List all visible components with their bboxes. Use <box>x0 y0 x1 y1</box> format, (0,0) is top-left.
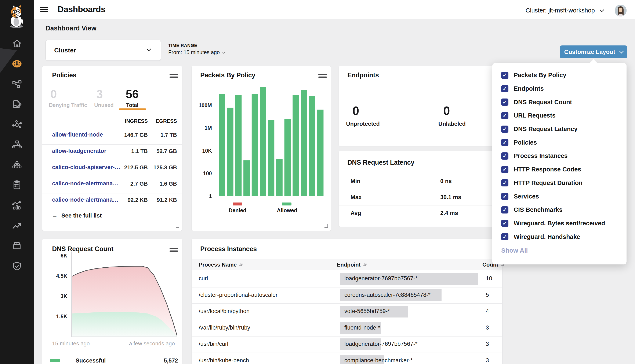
package-box-icon <box>12 240 23 251</box>
successful-legend-value: 5,572 <box>136 358 178 364</box>
denied-legend-label[interactable]: Denied <box>223 207 252 214</box>
endpoint-cell: compliance-benchmarker-* <box>344 357 413 364</box>
sidebar-item-policies[interactable] <box>11 98 23 110</box>
menu-item[interactable]: ✓ URL Requests <box>501 109 626 122</box>
endpoint-sort-header[interactable]: Endpoint <box>337 262 367 268</box>
checkbox-checked-icon[interactable]: ✓ <box>501 206 508 214</box>
endpoints-card: Endpoints 0 Unprotected 0 Unlabeled <box>339 66 503 146</box>
checkbox-checked-icon[interactable]: ✓ <box>501 193 508 200</box>
time-range-selector[interactable]: From: 15 minutes ago <box>168 49 225 56</box>
packets-by-policy-card: Packets By Policy 100M 1M 10K 100 1 Deni… <box>191 66 331 231</box>
count-cell: 3 <box>486 357 489 364</box>
compliance-clipboard-icon <box>12 180 23 191</box>
sidebar-item-service-graph[interactable] <box>11 78 23 90</box>
menu-item[interactable]: ✓ Packets By Policy <box>501 68 626 82</box>
sidebar-item-endpoints[interactable] <box>11 159 23 171</box>
dashboard-gauge-icon <box>12 58 23 69</box>
policy-link[interactable]: calico-node-alertmana… <box>52 180 119 187</box>
time-range-label: TIME RANGE <box>168 43 197 48</box>
sidebar-item-network-tree[interactable] <box>11 139 23 151</box>
process-name-cell: curl <box>199 275 208 282</box>
menu-item[interactable]: ✓ CIS Benchmarks <box>501 203 626 217</box>
menu-item[interactable]: ✓ DNS Request Count <box>501 95 626 109</box>
checkbox-checked-icon[interactable]: ✓ <box>501 139 508 146</box>
stat-unused-label: Unused <box>94 102 114 108</box>
process-instances-card: Process Instances Process Name Endpoint … <box>191 239 503 364</box>
menu-item[interactable]: ✓ DNS Request Latency <box>501 122 626 136</box>
checkbox-checked-icon[interactable]: ✓ <box>501 166 508 173</box>
sidebar-item-security[interactable] <box>11 260 23 272</box>
checkbox-checked-icon[interactable]: ✓ <box>501 126 508 133</box>
stat-total-value: 56 <box>126 87 139 101</box>
endpoint-cell: vote-5655bd759-* <box>344 308 390 314</box>
dashboard-view-select[interactable]: Cluster <box>46 40 161 61</box>
see-full-list-link[interactable]: → See the full list <box>52 212 102 219</box>
checkbox-checked-icon[interactable]: ✓ <box>501 233 508 240</box>
chevron-down-icon <box>619 49 623 54</box>
user-avatar[interactable] <box>615 5 626 16</box>
sidebar-item-statistics[interactable] <box>11 200 23 212</box>
resize-handle[interactable] <box>324 224 328 228</box>
checkbox-checked-icon[interactable]: ✓ <box>501 220 508 227</box>
menu-item[interactable]: ✓ Policies <box>501 136 626 149</box>
cluster-selector-label: Cluster: jlt-msft-workshop <box>526 7 595 14</box>
page-title: Dashboards <box>58 5 105 14</box>
sidebar-item-dashboards[interactable] <box>11 58 23 70</box>
process-name-sort-header[interactable]: Process Name <box>199 262 244 268</box>
show-all-link[interactable]: Show All <box>501 247 626 254</box>
security-shield-icon <box>12 261 23 272</box>
menu-item[interactable]: ✓ HTTP Request Duration <box>501 176 626 190</box>
policy-link[interactable]: calico-cloud-apiserver-… <box>52 164 120 170</box>
policy-link[interactable]: allow-loadgenerator <box>52 148 106 154</box>
endpoint-cell: coredns-autoscaler-7c88465478-* <box>344 292 431 298</box>
sidebar-item-flow-visualizations[interactable] <box>11 118 23 130</box>
sidebar-item-compliance[interactable] <box>11 179 23 191</box>
endpoints-card-title: Endpoints <box>347 72 379 79</box>
network-tree-icon <box>12 139 23 150</box>
hamburger-menu-icon[interactable] <box>40 6 48 13</box>
customize-layout-button[interactable]: Customize Layout <box>560 46 627 58</box>
resize-handle[interactable] <box>176 224 179 228</box>
checkbox-checked-icon[interactable]: ✓ <box>501 72 508 79</box>
process-name-cell: /usr/bin/curl <box>199 341 228 347</box>
unprotected-label: Unprotected <box>346 121 380 127</box>
checkbox-checked-icon[interactable]: ✓ <box>501 179 508 186</box>
sidebar-item-packages[interactable] <box>11 240 23 252</box>
policy-link[interactable]: calico-node-alertmana… <box>52 196 119 203</box>
count-cell: 4 <box>486 308 489 314</box>
menu-item[interactable]: ✓ Wireguard. Bytes sent/received <box>501 217 626 230</box>
process-name-cell: /usr/local/bin/python <box>199 308 250 314</box>
cluster-selector[interactable]: Cluster: jlt-msft-workshop <box>526 7 603 14</box>
menu-item[interactable]: ✓ Process Instances <box>501 149 626 163</box>
sidebar-item-trends[interactable] <box>11 220 23 232</box>
trends-icon <box>12 220 23 231</box>
policy-link[interactable]: allow-fluentd-node <box>52 132 103 138</box>
drag-handle-icon[interactable] <box>169 74 178 79</box>
ingress-column-header: INGRESS <box>116 118 148 124</box>
sort-icon <box>363 262 367 267</box>
policies-card-title: Policies <box>52 72 76 79</box>
checkbox-checked-icon[interactable]: ✓ <box>501 152 508 160</box>
service-graph-icon <box>12 79 23 90</box>
sidebar-item-home[interactable] <box>11 38 23 50</box>
stat-denying-value: 0 <box>50 87 57 101</box>
checkbox-checked-icon[interactable]: ✓ <box>501 112 508 119</box>
dns-latency-card: DNS Request Latency Min 0 ns Max 30.1 ms… <box>339 151 503 227</box>
avatar-image <box>615 5 626 16</box>
policy-egress-value: 1.7 TB <box>147 132 177 138</box>
menu-item[interactable]: ✓ Endpoints <box>501 82 626 96</box>
checkbox-checked-icon[interactable]: ✓ <box>501 98 508 106</box>
menu-item[interactable]: ✓ Wireguard. Handshake <box>501 230 626 244</box>
stat-total-label[interactable]: Total <box>126 102 138 108</box>
count-cell: 3 <box>486 341 489 347</box>
endpoint-cell: loadgenerator-7697bb7567-* <box>344 275 417 282</box>
policy-ingress-value: 146.7 GB <box>116 132 148 138</box>
dashboard-view-label: Dashboard View <box>46 24 97 32</box>
checkbox-checked-icon[interactable]: ✓ <box>501 85 508 92</box>
endpoints-cluster-icon <box>12 160 23 170</box>
menu-item[interactable]: ✓ HTTP Response Codes <box>501 163 626 176</box>
calico-cat-logo[interactable] <box>6 4 27 28</box>
allowed-legend-label[interactable]: Allowed <box>272 207 302 214</box>
menu-item[interactable]: ✓ Services <box>501 190 626 203</box>
successful-legend-label: Successful <box>76 358 106 364</box>
